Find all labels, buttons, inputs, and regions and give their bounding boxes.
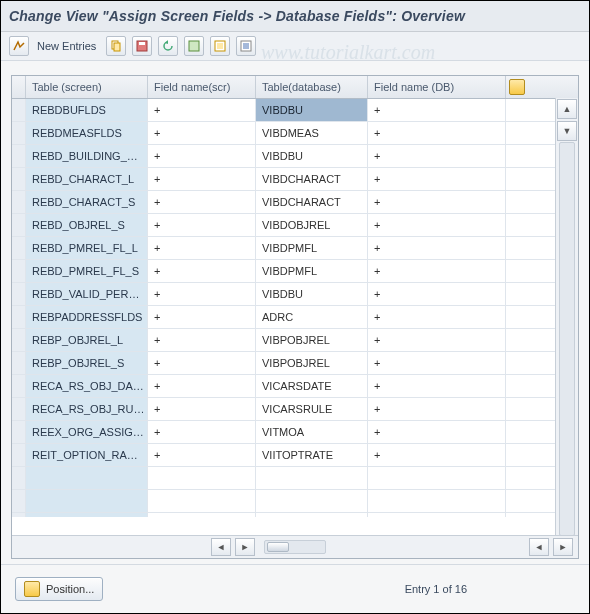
cell-field-db[interactable] (368, 513, 506, 517)
cell-field-db[interactable]: + (368, 398, 506, 420)
cell-field-scr[interactable] (148, 490, 256, 512)
cell-table-db[interactable]: VIBDCHARACT (256, 191, 368, 213)
cell-field-db[interactable] (368, 467, 506, 489)
delete-button[interactable] (236, 36, 256, 56)
cell-field-scr[interactable]: + (148, 375, 256, 397)
row-selector-header[interactable] (12, 76, 26, 98)
cell-field-db[interactable]: + (368, 260, 506, 282)
cell-field-db[interactable]: + (368, 306, 506, 328)
cell-table-db[interactable]: VIBDOBJREL (256, 214, 368, 236)
table-row[interactable]: REBD_VALID_PER…+VIBDBU+ (12, 283, 578, 306)
select-all-button[interactable] (184, 36, 204, 56)
save-button[interactable] (132, 36, 152, 56)
cell-field-scr[interactable]: + (148, 352, 256, 374)
cell-field-scr[interactable]: + (148, 122, 256, 144)
row-selector[interactable] (12, 306, 26, 328)
cell-table-screen[interactable]: REBD_PMREL_FL_S (26, 260, 148, 282)
cell-table-db[interactable]: VIBPOBJREL (256, 329, 368, 351)
cell-table-db[interactable] (256, 467, 368, 489)
row-selector[interactable] (12, 375, 26, 397)
scroll-down-button[interactable]: ▼ (557, 121, 577, 141)
col-table-screen[interactable]: Table (screen) (26, 76, 148, 98)
table-row[interactable] (12, 490, 578, 513)
col-table-db[interactable]: Table(database) (256, 76, 368, 98)
table-row[interactable]: RECA_RS_OBJ_RU…+VICARSRULE+ (12, 398, 578, 421)
table-row[interactable]: REEX_ORG_ASSIG…+VITMOA+ (12, 421, 578, 444)
row-selector[interactable] (12, 398, 26, 420)
cell-table-screen[interactable]: REBD_CHARACT_S (26, 191, 148, 213)
hscroll-track-1[interactable] (264, 540, 326, 554)
cell-field-db[interactable]: + (368, 191, 506, 213)
row-selector[interactable] (12, 122, 26, 144)
vertical-scroll-track[interactable] (559, 142, 575, 536)
cell-table-screen[interactable]: REBP_OBJREL_L (26, 329, 148, 351)
cell-table-db[interactable]: VITMOA (256, 421, 368, 443)
cell-table-screen[interactable]: REBDBUFLDS (26, 99, 148, 121)
cell-table-screen[interactable]: RECA_RS_OBJ_DA… (26, 375, 148, 397)
table-row[interactable]: REBDBUFLDS+VIBDBU+ (12, 99, 578, 122)
cell-table-db[interactable] (256, 513, 368, 517)
table-row[interactable]: REBD_PMREL_FL_L+VIBDPMFL+ (12, 237, 578, 260)
row-selector[interactable] (12, 283, 26, 305)
table-row[interactable]: REBPADDRESSFLDS+ADRC+ (12, 306, 578, 329)
cell-table-db[interactable] (256, 490, 368, 512)
row-selector[interactable] (12, 214, 26, 236)
cell-table-db[interactable]: VIITOPTRATE (256, 444, 368, 466)
row-selector[interactable] (12, 513, 26, 517)
cell-field-scr[interactable]: + (148, 168, 256, 190)
cell-field-scr[interactable]: + (148, 398, 256, 420)
deselect-button[interactable] (210, 36, 230, 56)
cell-field-db[interactable]: + (368, 145, 506, 167)
cell-table-screen[interactable]: REBD_CHARACT_L (26, 168, 148, 190)
table-row[interactable]: REBD_BUILDING_…+VIBDBU+ (12, 145, 578, 168)
new-entries-button[interactable]: New Entries (35, 40, 100, 52)
cell-table-db[interactable]: VIBDPMFL (256, 260, 368, 282)
cell-table-db[interactable]: VIBDBU (256, 145, 368, 167)
cell-field-db[interactable]: + (368, 375, 506, 397)
row-selector[interactable] (12, 237, 26, 259)
cell-field-scr[interactable]: + (148, 214, 256, 236)
cell-field-db[interactable]: + (368, 122, 506, 144)
cell-field-scr[interactable] (148, 513, 256, 517)
cell-field-scr[interactable]: + (148, 306, 256, 328)
hscroll-right-button[interactable]: ► (235, 538, 255, 556)
cell-table-screen[interactable]: REEX_ORG_ASSIG… (26, 421, 148, 443)
cell-field-scr[interactable]: + (148, 237, 256, 259)
toggle-display-button[interactable] (9, 36, 29, 56)
undo-button[interactable] (158, 36, 178, 56)
vertical-scrollbar[interactable]: ▲ ▼ (555, 98, 578, 536)
cell-table-screen[interactable]: REBP_OBJREL_S (26, 352, 148, 374)
cell-table-db[interactable]: VIBDMEAS (256, 122, 368, 144)
cell-table-db[interactable]: VIBPOBJREL (256, 352, 368, 374)
scroll-up-button[interactable]: ▲ (557, 99, 577, 119)
table-row[interactable]: REBP_OBJREL_L+VIBPOBJREL+ (12, 329, 578, 352)
cell-table-screen[interactable]: REBPADDRESSFLDS (26, 306, 148, 328)
hscroll2-right-button[interactable]: ► (553, 538, 573, 556)
table-row[interactable] (12, 513, 578, 517)
cell-table-db[interactable]: VIBDBU (256, 283, 368, 305)
table-row[interactable]: REBP_OBJREL_S+VIBPOBJREL+ (12, 352, 578, 375)
cell-table-screen[interactable]: REBD_PMREL_FL_L (26, 237, 148, 259)
cell-field-db[interactable]: + (368, 99, 506, 121)
copy-button[interactable] (106, 36, 126, 56)
row-selector[interactable] (12, 444, 26, 466)
cell-table-screen[interactable]: REIT_OPTION_RA… (26, 444, 148, 466)
row-selector[interactable] (12, 191, 26, 213)
cell-table-db[interactable]: ADRC (256, 306, 368, 328)
cell-field-db[interactable]: + (368, 283, 506, 305)
row-selector[interactable] (12, 467, 26, 489)
hscroll-thumb[interactable] (267, 542, 289, 552)
row-selector[interactable] (12, 352, 26, 374)
cell-field-scr[interactable]: + (148, 444, 256, 466)
cell-table-db[interactable]: VIBDBU (256, 99, 368, 121)
col-field-scr[interactable]: Field name(scr) (148, 76, 256, 98)
table-row[interactable]: REBD_PMREL_FL_S+VIBDPMFL+ (12, 260, 578, 283)
cell-field-scr[interactable]: + (148, 145, 256, 167)
cell-field-scr[interactable] (148, 467, 256, 489)
cell-field-db[interactable]: + (368, 237, 506, 259)
row-selector[interactable] (12, 490, 26, 512)
cell-field-db[interactable]: + (368, 444, 506, 466)
grid-config-header[interactable] (506, 76, 528, 98)
cell-table-screen[interactable]: REBD_VALID_PER… (26, 283, 148, 305)
table-row[interactable]: REBD_OBJREL_S+VIBDOBJREL+ (12, 214, 578, 237)
